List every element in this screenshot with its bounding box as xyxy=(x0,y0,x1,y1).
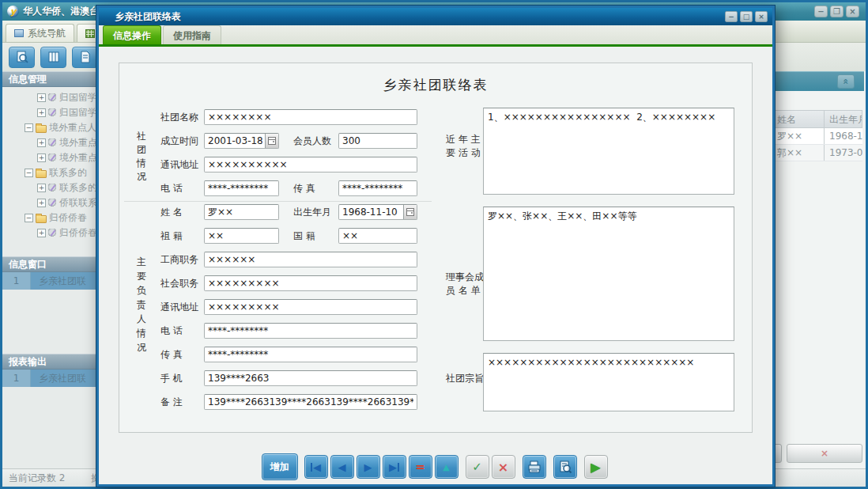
input-祖 籍[interactable] xyxy=(204,228,279,244)
panel-header-info-manage[interactable]: 信息管理 xyxy=(2,71,96,87)
tree-item-归国留学[interactable]: +归国留学 xyxy=(2,90,96,105)
collapse-minus-icon[interactable]: − xyxy=(25,123,33,132)
report-output-item[interactable]: 1乡亲社团联 xyxy=(2,370,96,387)
dialog-xiangqin-shetuan: 乡亲社团联络表 − □ × 信息操作 使用指南 乡亲社团联络表 社团情况 主要负… xyxy=(96,6,775,487)
tab-usage-guide[interactable]: 使用指南 xyxy=(163,25,221,44)
tree-item-联系多的[interactable]: −联系多的 xyxy=(2,165,96,180)
input-传 真[interactable] xyxy=(204,347,417,362)
tree-item-境外重点[interactable]: +境外重点 xyxy=(2,150,96,165)
app-close-button[interactable]: × xyxy=(846,6,859,17)
input-电 话[interactable] xyxy=(204,323,417,339)
tab-system-nav[interactable]: 系统导航 xyxy=(6,24,74,42)
input-会员人数[interactable] xyxy=(338,133,417,149)
tool-icon xyxy=(48,93,57,102)
tree-item-侨联联系[interactable]: +侨联联系 xyxy=(2,195,96,210)
print-preview-icon xyxy=(558,460,572,474)
next-record-button[interactable]: ▶ xyxy=(357,455,380,479)
print-button[interactable] xyxy=(523,455,546,479)
input-传 真[interactable] xyxy=(338,180,417,196)
double-chevron-up-icon: « xyxy=(840,78,852,85)
field-label: 社会职务 xyxy=(160,277,200,290)
label-recent-activities: 近 年 主 要 活 动 xyxy=(446,133,487,160)
run-play-icon: ▶ xyxy=(591,460,600,475)
field-label: 出生年月 xyxy=(293,206,334,219)
input-手 机[interactable] xyxy=(204,370,417,386)
list-item-number: 1 xyxy=(2,272,31,290)
tree-item-联系多的[interactable]: +联系多的 xyxy=(2,180,96,195)
tree-item-label: 归国留学 xyxy=(59,106,96,119)
input-通讯地址[interactable] xyxy=(204,157,417,172)
input-备 注[interactable] xyxy=(204,394,417,410)
application-window: y 华人华侨、港澳台同 − ❐ × 系统导航 xyxy=(0,0,868,489)
next-record-icon: ▶ xyxy=(364,462,372,472)
tree-item-label: 境外重点 xyxy=(59,136,96,150)
council-members-textarea[interactable] xyxy=(483,207,734,341)
edit-record-button[interactable]: ▲ xyxy=(435,455,459,479)
expand-plus-icon[interactable]: + xyxy=(37,154,46,162)
cancel-button[interactable]: × xyxy=(492,455,515,479)
close-panel-button[interactable]: × xyxy=(787,444,862,463)
dialog-minimize-button[interactable]: − xyxy=(725,11,738,22)
form-row: 备 注 xyxy=(119,390,432,414)
field-传 真 xyxy=(338,180,417,196)
input-姓 名[interactable] xyxy=(204,204,279,220)
input-工商职务[interactable] xyxy=(204,252,417,267)
nav-square-icon xyxy=(14,29,24,37)
record-count-label: 当前记录数 2 xyxy=(9,469,65,487)
field-电 话 xyxy=(204,180,279,196)
field-通讯地址 xyxy=(204,299,417,315)
last-record-button[interactable]: ▶ xyxy=(383,455,406,479)
calendar-button[interactable] xyxy=(265,134,278,148)
first-record-button[interactable]: ◀ xyxy=(304,455,328,479)
document-button[interactable] xyxy=(72,47,98,68)
confirm-button[interactable]: ✓ xyxy=(466,455,489,479)
tree-item-归侨侨眷[interactable]: −归侨侨眷 xyxy=(2,210,96,226)
input-国 籍[interactable] xyxy=(338,228,417,244)
app-minimize-button[interactable]: − xyxy=(814,6,828,17)
expand-plus-icon[interactable]: + xyxy=(37,184,46,192)
field-label: 通讯地址 xyxy=(160,301,200,314)
collapse-minus-icon[interactable]: − xyxy=(25,214,33,222)
info-window-item[interactable]: 1乡亲社团联 xyxy=(2,272,96,290)
search-record-button[interactable] xyxy=(9,47,35,68)
add-record-button[interactable]: 增加 xyxy=(262,453,298,480)
previous-record-button[interactable]: ◀ xyxy=(330,455,354,479)
panel-header-report-output[interactable]: 报表输出 xyxy=(2,354,96,370)
tool-icon xyxy=(48,199,57,207)
dialog-maximize-button[interactable]: □ xyxy=(740,11,753,22)
tree-item-境外重点人[interactable]: −境外重点人 xyxy=(2,120,96,135)
collapse-minus-icon[interactable]: − xyxy=(25,169,33,177)
run-report-button[interactable]: ▶ xyxy=(584,455,608,479)
association-purpose-textarea[interactable] xyxy=(483,353,734,411)
expand-plus-icon[interactable]: + xyxy=(37,199,46,207)
input-通讯地址[interactable] xyxy=(204,299,417,315)
browse-button[interactable] xyxy=(40,47,66,68)
tab-info-operation[interactable]: 信息操作 xyxy=(103,25,161,44)
form-row: 社团名称 xyxy=(119,105,432,129)
delete-record-button[interactable]: = xyxy=(409,455,432,479)
print-preview-button[interactable] xyxy=(553,455,577,479)
tree-item-境外重点[interactable]: +境外重点 xyxy=(2,135,96,150)
expand-plus-icon[interactable]: + xyxy=(37,108,46,117)
input-社会职务[interactable] xyxy=(204,275,417,291)
tree-item-归国留学[interactable]: +归国留学 xyxy=(2,105,96,120)
expand-plus-icon[interactable]: + xyxy=(37,93,46,102)
input-社团名称[interactable] xyxy=(204,109,417,125)
column-header-birthdate[interactable]: 出生年月 xyxy=(825,111,862,127)
calendar-button[interactable] xyxy=(403,205,417,219)
printer-icon xyxy=(527,460,542,474)
cancel-x-icon: × xyxy=(498,460,508,475)
collapse-panel-button[interactable]: « xyxy=(837,74,855,89)
tree-item-label: 侨联联系 xyxy=(59,196,96,210)
last-record-icon: ▶ xyxy=(389,462,399,472)
expand-plus-icon[interactable]: + xyxy=(37,229,46,237)
app-restore-button[interactable]: ❐ xyxy=(830,6,843,17)
dialog-titlebar[interactable]: 乡亲社团联络表 xyxy=(99,8,772,25)
panel-header-info-window[interactable]: 信息窗口 xyxy=(2,256,96,272)
recent-activities-textarea[interactable] xyxy=(483,108,734,195)
expand-plus-icon[interactable]: + xyxy=(37,138,46,147)
input-电 话[interactable] xyxy=(204,180,279,196)
tree-item-归侨侨眷[interactable]: +归侨侨眷 xyxy=(2,226,96,241)
tool-icon xyxy=(48,138,57,147)
dialog-close-button[interactable]: × xyxy=(755,11,768,22)
